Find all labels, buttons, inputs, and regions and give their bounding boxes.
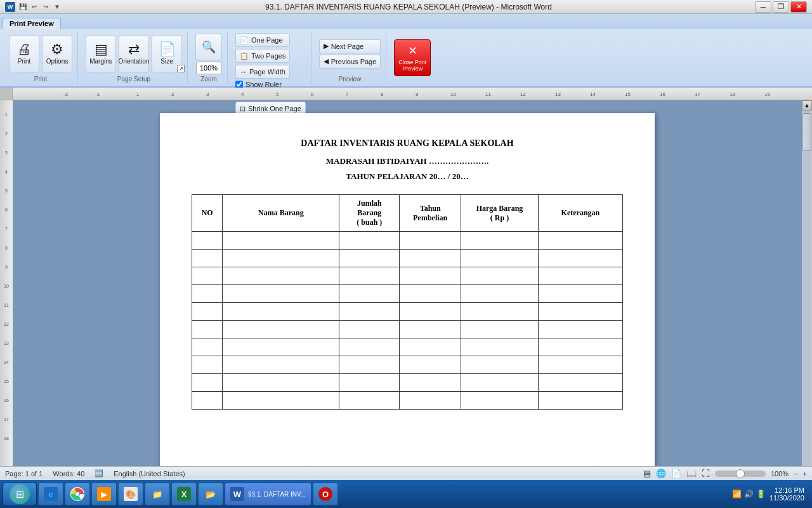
save-qa-btn[interactable]: 💾 bbox=[18, 2, 28, 12]
orientation-button[interactable]: ⇄ Orientation bbox=[119, 36, 149, 72]
page-width-button[interactable]: ↔ Page Width bbox=[235, 65, 290, 79]
qa-dropdown[interactable]: ▼ bbox=[52, 2, 62, 12]
close-print-preview-button[interactable]: ✕ Close Print Preview bbox=[394, 39, 431, 76]
table-row bbox=[192, 356, 623, 374]
view-normal-icon[interactable]: ▤ bbox=[643, 469, 651, 478]
file-explorer-icon: 📂 bbox=[204, 487, 218, 501]
svg-text:1: 1 bbox=[136, 91, 140, 97]
taskbar-chrome[interactable] bbox=[65, 483, 90, 505]
table-cell bbox=[339, 303, 400, 321]
svg-rect-0 bbox=[13, 88, 812, 100]
table-cell bbox=[461, 267, 539, 285]
table-cell bbox=[192, 232, 223, 250]
options-button[interactable]: ⚙ Options bbox=[42, 36, 72, 72]
svg-text:8: 8 bbox=[5, 246, 8, 250]
document-page: DAFTAR INVENTARIS RUANG KEPALA SEKOLAH M… bbox=[160, 113, 655, 480]
svg-text:-1: -1 bbox=[95, 91, 100, 97]
table-cell bbox=[223, 232, 339, 250]
view-fullscreen-icon[interactable]: ⛶ bbox=[702, 469, 710, 478]
table-row bbox=[192, 392, 623, 410]
table-cell bbox=[400, 356, 461, 374]
taskbar-media[interactable]: ▶ bbox=[91, 483, 117, 505]
taskbar-file-explorer[interactable]: 📂 bbox=[198, 483, 223, 505]
tab-print-preview[interactable]: Print Preview bbox=[3, 18, 61, 30]
shrink-icon: ⊡ bbox=[240, 105, 246, 113]
svg-text:14: 14 bbox=[4, 360, 9, 364]
margins-icon: ▤ bbox=[95, 43, 108, 57]
two-pages-button[interactable]: 📋 Two Pages bbox=[235, 49, 290, 63]
zoom-slider[interactable] bbox=[715, 471, 766, 477]
zoom-slider-thumb[interactable] bbox=[736, 469, 745, 478]
svg-text:4: 4 bbox=[5, 170, 8, 174]
preview-options-content: 📄 One Page 📋 Two Pages ↔ Page Width bbox=[235, 33, 306, 116]
zoom-controls: 🔍 100% bbox=[195, 34, 222, 74]
two-pages-icon: 📋 bbox=[240, 52, 249, 60]
scroll-track[interactable] bbox=[802, 110, 811, 483]
redo-qa-btn[interactable]: ↪ bbox=[41, 2, 51, 12]
title-bar-left: W 💾 ↩ ↪ ▼ bbox=[5, 2, 62, 12]
margins-button[interactable]: ▤ Margins bbox=[86, 36, 116, 72]
spell-check-icon[interactable]: 🔤 bbox=[95, 469, 103, 478]
close-btn[interactable]: ✕ bbox=[790, 1, 807, 13]
svg-text:12: 12 bbox=[4, 322, 9, 326]
one-page-button[interactable]: 📄 One Page bbox=[235, 33, 290, 47]
scroll-up-button[interactable]: ▲ bbox=[802, 100, 812, 110]
table-cell bbox=[461, 232, 539, 250]
svg-text:6: 6 bbox=[5, 208, 8, 212]
status-bar: Page: 1 of 1 Words: 40 🔤 English (United… bbox=[0, 466, 812, 480]
svg-text:5: 5 bbox=[276, 91, 279, 97]
view-print-icon[interactable]: 📄 bbox=[671, 469, 681, 478]
svg-text:9: 9 bbox=[5, 265, 8, 269]
svg-text:3: 3 bbox=[206, 91, 209, 97]
view-reading-icon[interactable]: 📖 bbox=[686, 469, 697, 478]
print-group-content: 🖨 Print ⚙ Options bbox=[9, 33, 72, 74]
scroll-thumb[interactable] bbox=[802, 113, 811, 151]
undo-qa-btn[interactable]: ↩ bbox=[29, 2, 39, 12]
table-cell bbox=[538, 392, 622, 410]
taskbar-folder[interactable]: 📁 bbox=[145, 483, 170, 505]
zoom-in-btn[interactable]: + bbox=[803, 470, 807, 478]
next-page-button[interactable]: ▶ Next Page bbox=[319, 39, 381, 53]
taskbar-right: 📶 🔊 🔋 12:16 PM 11/30/2020 bbox=[732, 486, 809, 502]
table-cell bbox=[461, 356, 539, 374]
zoom-button[interactable]: 🔍 bbox=[195, 34, 222, 60]
page-setup-expand[interactable]: ↗ bbox=[177, 65, 185, 72]
page-nav-buttons: ▶ Next Page ◀ Previous Page bbox=[319, 39, 381, 69]
view-web-icon[interactable]: 🌐 bbox=[656, 469, 666, 478]
options-icon: ⚙ bbox=[51, 43, 63, 57]
ribbon-group-close: ✕ Close Print Preview bbox=[389, 32, 436, 84]
nav-group-label: Preview bbox=[339, 74, 362, 83]
word-app-icon: W bbox=[5, 2, 15, 12]
start-orb: ⊞ bbox=[10, 484, 30, 504]
ie-icon: e bbox=[44, 487, 58, 501]
table-cell bbox=[400, 392, 461, 410]
svg-text:16: 16 bbox=[660, 91, 665, 97]
taskbar-excel[interactable]: X bbox=[171, 483, 197, 505]
table-cell bbox=[192, 250, 223, 267]
zoom-out-btn[interactable]: − bbox=[794, 470, 797, 478]
taskbar-ie[interactable]: e bbox=[38, 483, 63, 505]
clock: 12:16 PM 11/30/2020 bbox=[769, 486, 804, 502]
zoom-group-content: 🔍 100% bbox=[195, 33, 222, 74]
document-scroll-area: DAFTAR INVENTARIS RUANG KEPALA SEKOLAH M… bbox=[13, 100, 812, 493]
taskbar-paint[interactable]: 🎨 bbox=[118, 483, 143, 505]
taskbar-opera[interactable]: O bbox=[313, 483, 338, 505]
vertical-ruler: 1 2 3 4 5 6 7 8 9 10 11 12 13 14 15 16 1… bbox=[0, 100, 13, 493]
table-cell bbox=[339, 232, 400, 250]
table-cell bbox=[400, 285, 461, 303]
word-taskbar-icon: W bbox=[230, 487, 244, 501]
header-no: NO bbox=[192, 195, 223, 232]
table-cell bbox=[538, 285, 622, 303]
page-view-options: 📄 One Page 📋 Two Pages ↔ Page Width bbox=[235, 33, 290, 79]
header-nama-barang: Nama Barang bbox=[223, 195, 339, 232]
previous-page-button[interactable]: ◀ Previous Page bbox=[319, 55, 381, 69]
taskbar-word[interactable]: W 93.1. DAFTAR INV... bbox=[225, 483, 311, 505]
restore-btn[interactable]: ❐ bbox=[773, 1, 789, 13]
words-status: Words: 40 bbox=[53, 470, 84, 478]
vertical-scrollbar: ▲ ▼ bbox=[802, 100, 812, 493]
svg-text:17: 17 bbox=[695, 91, 700, 97]
minimize-btn[interactable]: ─ bbox=[755, 1, 771, 13]
print-button[interactable]: 🖨 Print bbox=[9, 36, 39, 72]
start-button[interactable]: ⊞ bbox=[3, 482, 37, 506]
svg-text:9: 9 bbox=[416, 91, 419, 97]
